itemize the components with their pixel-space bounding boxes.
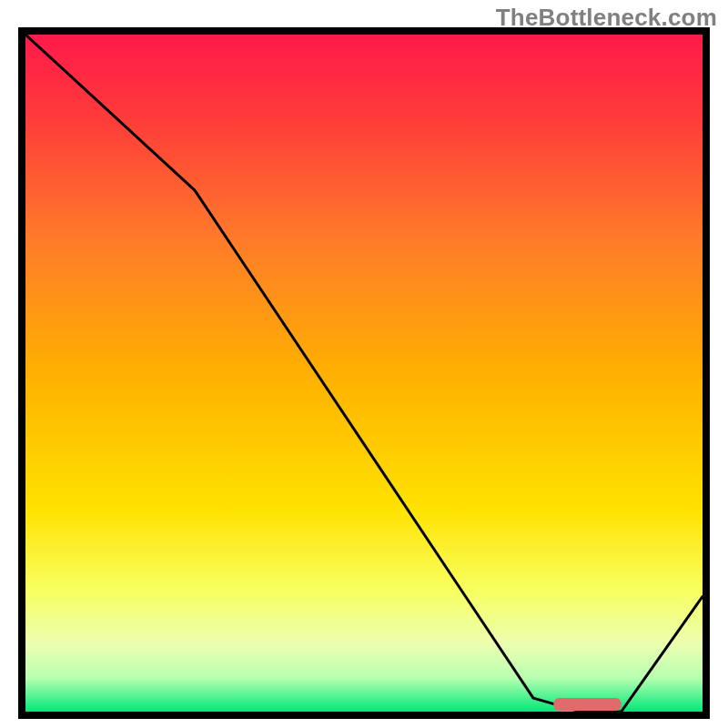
optimal-range-marker (553, 698, 621, 711)
plot-area (25, 35, 703, 712)
plot-frame (18, 27, 710, 719)
chart-container: TheBottleneck.com (0, 0, 728, 728)
gradient-background (25, 35, 703, 712)
watermark-text: TheBottleneck.com (496, 4, 717, 32)
chart-svg (25, 35, 703, 712)
